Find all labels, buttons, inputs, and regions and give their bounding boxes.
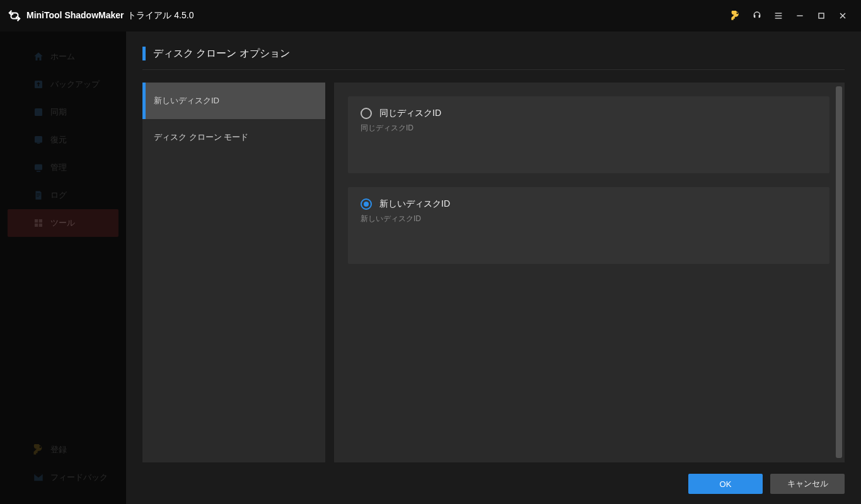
- app-logo-icon: [8, 9, 21, 23]
- options-panel: 同じディスクID 同じディスクID 新しいディスクID 新しいディスクID: [334, 83, 845, 462]
- titlebar-close-button[interactable]: [832, 5, 853, 26]
- option-title: 新しいディスクID: [379, 198, 450, 210]
- home-icon: [33, 51, 44, 62]
- svg-rect-8: [37, 143, 40, 144]
- tab-label: 新しいディスクID: [154, 95, 219, 106]
- sync-icon: [33, 106, 44, 118]
- sidebar-item-label: ツール: [50, 217, 75, 229]
- options-tabs: 新しいディスクID ディスク クローン モード: [142, 83, 325, 462]
- sidebar-item-label: 同期: [50, 106, 67, 118]
- sidebar-item-label: ホーム: [50, 51, 75, 62]
- title-bar: MiniTool ShadowMaker トライアル 4.5.0: [0, 0, 861, 32]
- sidebar-item-restore[interactable]: 復元: [8, 126, 118, 154]
- key-icon: [33, 444, 44, 455]
- titlebar-minimize-button[interactable]: [789, 5, 811, 26]
- titlebar-key-button[interactable]: [725, 5, 746, 26]
- sidebar-item-sync[interactable]: 同期: [8, 98, 118, 126]
- tab-new-disk-id[interactable]: 新しいディスクID: [142, 83, 325, 119]
- sidebar-item-label: 登録: [50, 444, 67, 455]
- button-label: キャンセル: [787, 478, 828, 490]
- sidebar-item-home[interactable]: ホーム: [8, 43, 118, 71]
- sidebar-item-label: バックアップ: [50, 79, 100, 90]
- tools-icon: [33, 217, 44, 229]
- sidebar-item-feedback[interactable]: フィードバック: [8, 464, 118, 491]
- svg-rect-13: [35, 224, 38, 227]
- sidebar-item-backup[interactable]: バックアップ: [8, 71, 118, 98]
- titlebar-support-button[interactable]: [746, 5, 768, 26]
- page-heading: ディスク クローン オプション: [142, 47, 845, 70]
- dialog-footer: OK キャンセル: [142, 462, 845, 494]
- sidebar: ホーム バックアップ 同期 復元 管理 ログ ツール: [0, 32, 126, 504]
- option-new-disk-id[interactable]: 新しいディスクID 新しいディスクID: [348, 187, 829, 264]
- radio-icon[interactable]: [361, 198, 372, 210]
- scrollbar-thumb[interactable]: [836, 86, 842, 458]
- backup-icon: [33, 79, 44, 90]
- svg-rect-14: [39, 224, 42, 227]
- sidebar-item-log[interactable]: ログ: [8, 181, 118, 209]
- svg-rect-7: [35, 136, 42, 143]
- sidebar-item-label: ログ: [50, 190, 67, 201]
- mail-icon: [33, 472, 44, 483]
- button-label: OK: [720, 479, 732, 489]
- option-description: 同じディスクID: [361, 123, 817, 134]
- main-panel: ディスク クローン オプション 新しいディスクID ディスク クローン モード …: [126, 32, 861, 504]
- svg-rect-10: [37, 171, 40, 172]
- option-same-disk-id[interactable]: 同じディスクID 同じディスクID: [348, 96, 829, 173]
- svg-rect-12: [39, 219, 42, 222]
- titlebar-maximize-button[interactable]: [811, 5, 832, 26]
- svg-rect-4: [819, 13, 824, 18]
- tab-label: ディスク クローン モード: [154, 132, 248, 143]
- sidebar-item-register[interactable]: 登録: [8, 436, 118, 464]
- svg-rect-1: [775, 15, 782, 16]
- ok-button[interactable]: OK: [688, 474, 763, 494]
- radio-icon[interactable]: [361, 108, 372, 119]
- app-edition-version: トライアル 4.5.0: [127, 10, 194, 20]
- app-name: MiniTool ShadowMaker: [26, 10, 124, 20]
- svg-rect-0: [775, 13, 782, 13]
- sidebar-item-label: 復元: [50, 134, 67, 146]
- titlebar-menu-button[interactable]: [768, 5, 789, 26]
- cancel-button[interactable]: キャンセル: [770, 474, 845, 494]
- sidebar-item-label: 管理: [50, 162, 67, 173]
- heading-accent: [142, 47, 146, 60]
- sidebar-item-manage[interactable]: 管理: [8, 154, 118, 181]
- manage-icon: [33, 162, 44, 173]
- svg-rect-9: [35, 164, 42, 170]
- app-title: MiniTool ShadowMaker トライアル 4.5.0: [26, 10, 194, 21]
- sidebar-item-tools[interactable]: ツール: [8, 209, 118, 237]
- log-icon: [33, 190, 44, 201]
- option-description: 新しいディスクID: [361, 214, 817, 224]
- svg-rect-11: [35, 219, 38, 222]
- tab-clone-mode[interactable]: ディスク クローン モード: [142, 119, 325, 156]
- svg-rect-3: [797, 15, 802, 16]
- page-title: ディスク クローン オプション: [153, 47, 290, 60]
- sidebar-item-label: フィードバック: [50, 472, 108, 483]
- restore-icon: [33, 134, 44, 146]
- svg-rect-2: [775, 18, 782, 18]
- option-title: 同じディスクID: [379, 108, 441, 119]
